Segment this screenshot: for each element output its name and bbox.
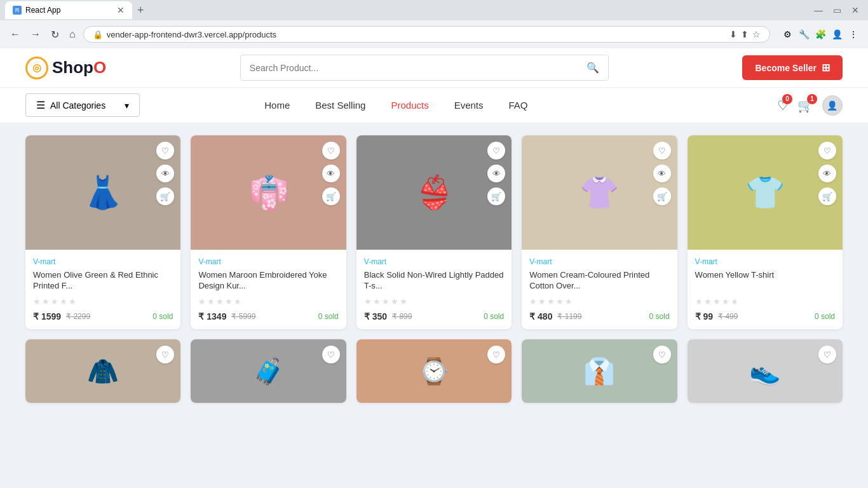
- price-row: ₹ 99 ₹ 499 0 sold: [695, 311, 835, 322]
- sold-count: 0 sold: [649, 312, 670, 321]
- profile-avatar[interactable]: 👤: [822, 95, 843, 116]
- product-actions: ♡ 👁 🛒: [653, 142, 671, 205]
- wishlist-btn-bottom[interactable]: ♡: [487, 346, 505, 363]
- wishlist-btn-bottom[interactable]: ♡: [818, 346, 836, 363]
- product-card-bottom: 🧳 ♡: [191, 339, 346, 403]
- product-image-wrapper: 👘 ♡ 👁 🛒: [191, 135, 346, 250]
- star-rating: ★ ★ ★ ★ ★: [198, 297, 338, 306]
- wishlist-btn[interactable]: ♡: [653, 142, 671, 159]
- star-4: ★: [60, 297, 67, 306]
- categories-button[interactable]: ☰ All Categories ▾: [25, 93, 140, 117]
- refresh-button[interactable]: ↻: [48, 26, 62, 43]
- star-3: ★: [547, 297, 555, 306]
- products-grid-row2: 🧥 ♡ 🧳 ♡ ⌚ ♡ 👔 ♡ 👟: [25, 339, 843, 403]
- brand-name[interactable]: V-mart: [529, 257, 669, 266]
- cart-add-btn[interactable]: 🛒: [322, 187, 340, 205]
- preview-btn[interactable]: 👁: [156, 165, 174, 182]
- download-icon[interactable]: ⬇: [729, 29, 737, 39]
- brand-name[interactable]: V-mart: [198, 257, 338, 266]
- wishlist-btn[interactable]: ♡: [487, 142, 505, 159]
- profile-icon[interactable]: 👤: [830, 27, 844, 41]
- product-actions: ♡: [653, 346, 671, 363]
- new-tab-button[interactable]: +: [137, 4, 144, 17]
- wishlist-btn[interactable]: ♡: [322, 142, 340, 159]
- nav-products[interactable]: Products: [391, 100, 428, 111]
- star-2: ★: [207, 297, 215, 306]
- brand-name[interactable]: V-mart: [695, 257, 835, 266]
- wishlist-btn-bottom[interactable]: ♡: [156, 346, 174, 363]
- preview-btn[interactable]: 👁: [818, 165, 836, 182]
- star-rating: ★ ★ ★ ★ ★: [364, 297, 504, 306]
- wishlist-btn[interactable]: ♡: [156, 142, 174, 159]
- brand-name[interactable]: V-mart: [33, 257, 173, 266]
- wishlist-btn-bottom[interactable]: ♡: [322, 346, 340, 363]
- back-button[interactable]: ←: [8, 26, 23, 43]
- price-current: ₹ 480: [529, 311, 552, 322]
- star-3: ★: [382, 297, 390, 306]
- close-button[interactable]: ✕: [848, 4, 863, 17]
- price-row: ₹ 350 ₹ 899 0 sold: [364, 311, 504, 322]
- browser-tab[interactable]: R React App ✕: [5, 1, 132, 19]
- cart-add-btn[interactable]: 🛒: [156, 187, 174, 205]
- preview-btn[interactable]: 👁: [653, 165, 671, 182]
- product-image-wrapper: 👕 ♡ 👁 🛒: [688, 135, 843, 250]
- extension-icon-2[interactable]: 🔧: [797, 27, 811, 41]
- menu-icon[interactable]: ⋮: [846, 27, 860, 41]
- product-actions: ♡: [322, 346, 340, 363]
- product-card-bottom: 🧥 ♡: [25, 339, 180, 403]
- product-name: Women Yellow T-shirt: [695, 270, 835, 292]
- wishlist-btn-bottom[interactable]: ♡: [653, 346, 671, 363]
- bottom-card-image: 👟 ♡: [688, 339, 843, 403]
- extension-icon-3[interactable]: 🧩: [813, 27, 827, 41]
- preview-btn[interactable]: 👁: [322, 165, 340, 182]
- nav-events[interactable]: Events: [454, 100, 484, 111]
- search-bar: 🔍: [240, 55, 609, 81]
- sold-count: 0 sold: [484, 312, 504, 321]
- star-1: ★: [198, 297, 206, 306]
- tab-close-button[interactable]: ✕: [117, 5, 125, 15]
- navbar: ☰ All Categories ▾ Home Best Selling Pro…: [0, 87, 868, 123]
- price-original: ₹ 1199: [557, 312, 581, 321]
- wishlist-button[interactable]: ♡ 0: [777, 98, 789, 113]
- grid-icon: ⊞: [822, 62, 830, 74]
- price-current: ₹ 1349: [198, 311, 226, 322]
- cart-button[interactable]: 🛒 1: [797, 98, 813, 113]
- forward-button[interactable]: →: [28, 26, 43, 43]
- nav-best-selling[interactable]: Best Selling: [315, 100, 365, 111]
- home-button[interactable]: ⌂: [67, 26, 78, 43]
- price-current: ₹ 1599: [33, 311, 61, 322]
- wishlist-btn[interactable]: ♡: [818, 142, 836, 159]
- search-button[interactable]: 🔍: [578, 55, 608, 80]
- cart-add-btn[interactable]: 🛒: [818, 187, 836, 205]
- hamburger-icon: ☰: [36, 99, 45, 111]
- logo[interactable]: ◎ ShopO: [25, 57, 106, 79]
- star-icon[interactable]: ☆: [752, 29, 761, 39]
- browser-toolbar-icons: ⚙ 🔧 🧩 👤 ⋮: [780, 27, 860, 41]
- maximize-button[interactable]: ▭: [829, 4, 845, 17]
- price-original: ₹ 2299: [66, 312, 90, 321]
- extension-icon-1[interactable]: ⚙: [780, 27, 794, 41]
- sold-count: 0 sold: [815, 312, 835, 321]
- product-actions: ♡ 👁 🛒: [156, 142, 174, 205]
- nav-icons: ♡ 0 🛒 1 👤: [777, 95, 843, 116]
- nav-faq[interactable]: FAQ: [509, 100, 528, 111]
- share-icon[interactable]: ⬆: [741, 29, 749, 39]
- star-5: ★: [400, 297, 407, 306]
- star-1: ★: [695, 297, 703, 306]
- brand-name[interactable]: V-mart: [364, 257, 504, 266]
- search-input[interactable]: [241, 57, 578, 79]
- address-bar-icons: ⬇ ⬆ ☆: [729, 29, 761, 39]
- become-seller-button[interactable]: Become Seller ⊞: [742, 55, 843, 80]
- star-4: ★: [391, 297, 398, 306]
- product-name: Women Maroon Embroidered Yoke Design Kur…: [198, 270, 338, 292]
- minimize-button[interactable]: —: [810, 4, 827, 17]
- cart-add-btn[interactable]: 🛒: [487, 187, 505, 205]
- nav-home[interactable]: Home: [264, 100, 290, 111]
- cart-add-btn[interactable]: 🛒: [653, 187, 671, 205]
- star-2: ★: [538, 297, 546, 306]
- star-3: ★: [216, 297, 224, 306]
- chevron-down-icon: ▾: [125, 100, 129, 111]
- product-info: V-mart Black Solid Non-Wired Lightly Pad…: [356, 250, 512, 329]
- preview-btn[interactable]: 👁: [487, 165, 505, 182]
- address-bar[interactable]: 🔒 vender-app-frontend-dwr3.vercel.app/pr…: [83, 26, 770, 43]
